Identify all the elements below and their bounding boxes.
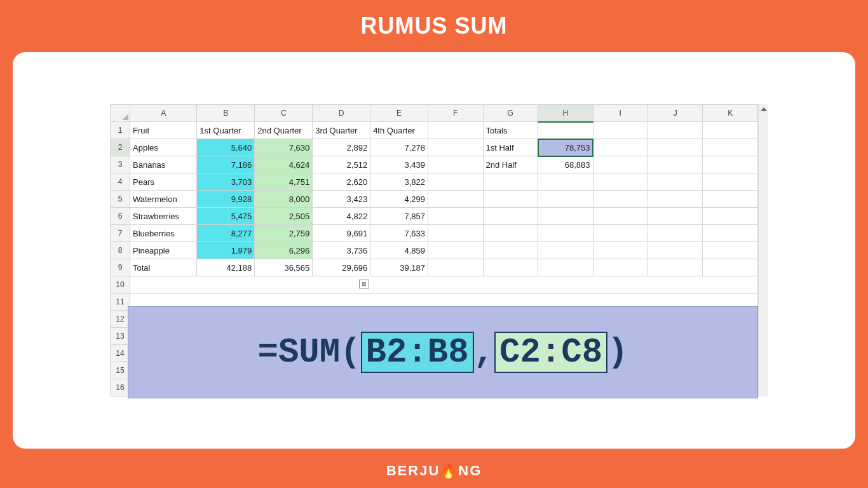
cell[interactable]: 7,186 [197,156,255,173]
cell[interactable] [538,122,593,139]
cell[interactable] [648,173,702,191]
cell[interactable] [703,122,758,139]
cell[interactable]: 3,423 [313,191,370,208]
cell[interactable] [593,139,648,156]
cell[interactable]: 3,703 [197,173,255,191]
cell[interactable]: 9,691 [313,225,370,242]
row-head[interactable]: 10 [111,276,130,294]
cell[interactable]: 39,187 [370,259,428,276]
cell[interactable] [483,259,538,276]
col-head-E[interactable]: E [370,105,428,122]
cell[interactable] [593,122,648,139]
smart-tag-icon[interactable]: ⊞ [359,280,369,288]
row-head[interactable]: 15 [111,362,130,379]
cell[interactable]: Bananas [130,156,197,173]
cell[interactable] [703,156,758,173]
cell[interactable]: 2nd Half [483,156,538,173]
cell[interactable] [593,259,648,276]
cell[interactable]: 3,439 [370,156,428,173]
cell[interactable] [648,191,702,208]
select-all-corner[interactable] [111,105,130,122]
cell[interactable]: 2,512 [313,156,370,173]
cell[interactable]: 1st Quarter [197,122,255,139]
cell[interactable] [648,139,702,156]
cell[interactable]: 4,299 [370,191,428,208]
col-head-J[interactable]: J [648,105,702,122]
cell[interactable] [428,173,483,191]
cell[interactable] [538,173,593,191]
vertical-scrollbar[interactable] [758,104,768,396]
row-head[interactable]: 4 [111,173,130,191]
row-head[interactable]: 2 [111,139,130,156]
cell[interactable] [703,208,758,225]
cell[interactable]: ⊞ [130,276,758,294]
row-head[interactable]: 1 [111,122,130,139]
cell[interactable]: 2,892 [313,139,370,156]
cell[interactable] [703,242,758,259]
row-head[interactable]: 3 [111,156,130,173]
cell[interactable]: Fruit [130,122,197,139]
cell[interactable] [538,259,593,276]
cell[interactable]: Pears [130,173,197,191]
cell[interactable] [593,156,648,173]
cell[interactable] [648,259,702,276]
cell[interactable]: 3,822 [370,173,428,191]
cell[interactable] [593,225,648,242]
cell[interactable] [593,208,648,225]
active-cell[interactable]: 78,753 [538,139,593,156]
row-head[interactable]: 6 [111,208,130,225]
col-head-B[interactable]: B [197,105,255,122]
cell[interactable]: 7,633 [370,225,428,242]
cell[interactable]: 2nd Quarter [255,122,313,139]
cell[interactable] [428,259,483,276]
cell[interactable]: Totals [483,122,538,139]
cell[interactable]: 5,475 [197,208,255,225]
cell[interactable]: 2,759 [255,225,313,242]
row-head[interactable]: 16 [111,379,130,396]
cell[interactable] [428,139,483,156]
cell[interactable] [428,156,483,173]
cell[interactable] [538,225,593,242]
row-head[interactable]: 7 [111,225,130,242]
cell[interactable] [428,208,483,225]
cell[interactable] [648,156,702,173]
cell[interactable] [593,173,648,191]
cell[interactable]: 3rd Quarter [313,122,370,139]
cell[interactable] [648,122,702,139]
cell[interactable]: 1st Half [483,139,538,156]
cell[interactable]: Apples [130,139,197,156]
row-head[interactable]: 11 [111,294,130,311]
row-head[interactable]: 14 [111,345,130,362]
cell[interactable]: 8,277 [197,225,255,242]
cell[interactable] [428,122,483,139]
cell[interactable]: 5,640 [197,139,255,156]
cell[interactable] [703,139,758,156]
cell[interactable]: Strawberries [130,208,197,225]
cell[interactable]: 6,296 [255,242,313,259]
cell[interactable]: Pineapple [130,242,197,259]
cell[interactable] [648,208,702,225]
row-head[interactable]: 13 [111,328,130,345]
cell[interactable]: 29,696 [313,259,370,276]
cell[interactable]: Blueberries [130,225,197,242]
cell[interactable]: 7,630 [255,139,313,156]
cell[interactable]: 4,859 [370,242,428,259]
cell[interactable] [648,242,702,259]
cell[interactable] [428,225,483,242]
cell[interactable]: 8,000 [255,191,313,208]
cell[interactable] [703,225,758,242]
cell[interactable] [483,242,538,259]
cell[interactable] [703,259,758,276]
scroll-up-icon[interactable] [761,107,767,111]
cell[interactable] [428,242,483,259]
cell[interactable] [483,173,538,191]
cell[interactable] [428,191,483,208]
col-head-A[interactable]: A [130,105,197,122]
cell[interactable] [703,191,758,208]
row-head[interactable]: 9 [111,259,130,276]
cell[interactable] [593,242,648,259]
cell[interactable]: 7,857 [370,208,428,225]
cell[interactable]: Watermelon [130,191,197,208]
cell[interactable] [593,191,648,208]
row-head[interactable]: 8 [111,242,130,259]
